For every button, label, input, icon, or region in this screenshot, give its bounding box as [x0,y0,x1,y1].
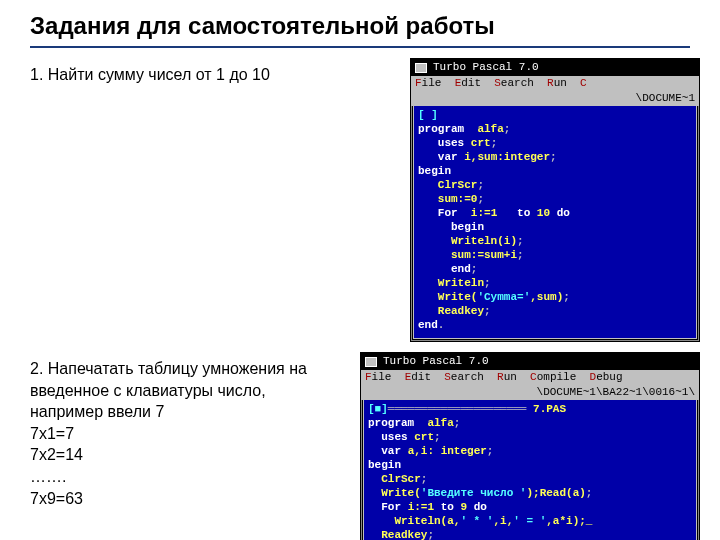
ide1-titlebar: Turbo Pascal 7.0 [411,59,699,76]
ide2-pathbar: \DOCUME~1\BA22~1\0016~1\ [361,385,699,400]
window-icon [365,357,377,367]
ide2-titlebar: Turbo Pascal 7.0 [361,353,699,370]
ide2-menubar[interactable]: File Edit Search Run Compile Debug [361,370,699,385]
ide2-editor[interactable]: [■]═════════════════════ 7.PAS program a… [363,400,697,540]
task-2-text: 2. Напечатать таблицу умножения на введе… [30,352,360,509]
content: 1. Найти сумму чисел от 1 до 10 Turbo Pa… [0,58,720,540]
task-1-text: 1. Найти сумму чисел от 1 до 10 [30,58,410,86]
page-title: Задания для самостоятельной работы [0,0,720,46]
task-2-row: 2. Напечатать таблицу умножения на введе… [0,352,720,540]
task-1-row: 1. Найти сумму чисел от 1 до 10 Turbo Pa… [0,58,720,342]
ide1-title: Turbo Pascal 7.0 [433,61,539,74]
ide2-title: Turbo Pascal 7.0 [383,355,489,368]
ide1-editor[interactable]: [ ] program alfa; uses crt; var i,sum:in… [413,106,697,339]
ide1-menubar[interactable]: File Edit Search Run C [411,76,699,91]
window-icon [415,63,427,73]
ide1-pathbar: \DOCUME~1 [411,91,699,106]
title-underline [30,46,690,48]
ide-window-2: Turbo Pascal 7.0 File Edit Search Run Co… [360,352,700,540]
ide-window-1: Turbo Pascal 7.0 File Edit Search Run C … [410,58,700,342]
